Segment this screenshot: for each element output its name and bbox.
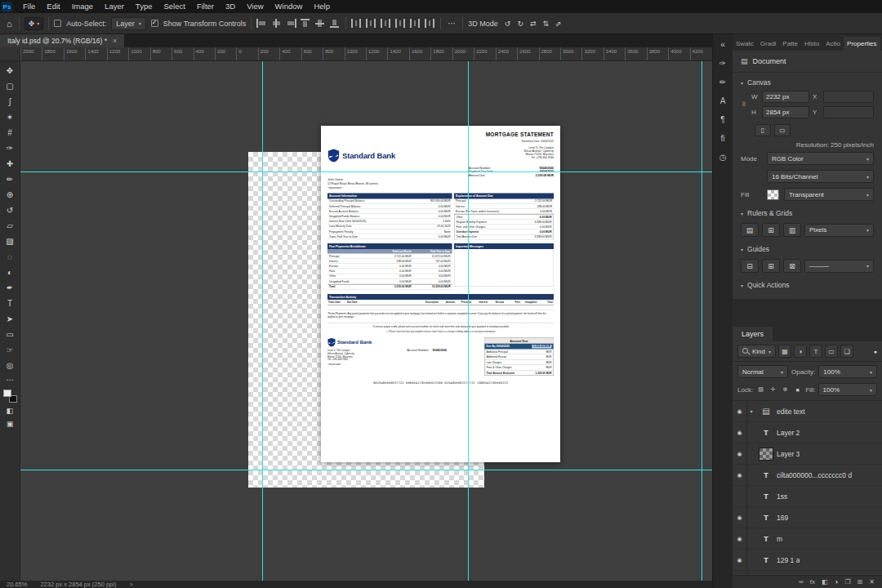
collapse-panels-icon[interactable]: « bbox=[713, 35, 733, 54]
shape-tool[interactable]: ▭ bbox=[2, 327, 19, 342]
ruler-origin-corner[interactable] bbox=[0, 47, 20, 61]
path-selection-tool[interactable]: ➤ bbox=[2, 311, 19, 327]
distribute-right-icon[interactable] bbox=[425, 19, 435, 28]
layer-visibility-toggle[interactable]: ◉ bbox=[733, 507, 747, 528]
edit-toolbar-icon[interactable]: ⋯ bbox=[2, 373, 19, 386]
vertical-guide[interactable] bbox=[262, 61, 263, 581]
layer-row[interactable]: ◉ T 169 bbox=[733, 507, 882, 528]
layer-thumbnail[interactable]: T bbox=[759, 469, 773, 482]
layer-visibility-toggle[interactable]: ◉ bbox=[733, 528, 747, 550]
3d-pan-icon[interactable]: ⇄ bbox=[528, 20, 538, 28]
align-center-horizontal-icon[interactable] bbox=[271, 19, 282, 28]
color-swatches[interactable] bbox=[3, 390, 17, 403]
menu-item[interactable]: Select bbox=[158, 0, 190, 13]
layer-visibility-toggle[interactable]: ◉ bbox=[733, 550, 747, 571]
gradient-tool[interactable]: ▨ bbox=[2, 234, 19, 249]
lock-all-icon[interactable]: ■ bbox=[792, 385, 803, 395]
distribute-center-icon[interactable] bbox=[410, 19, 421, 28]
layer-thumbnail[interactable]: T bbox=[759, 532, 773, 546]
hand-tool[interactable]: ☞ bbox=[2, 342, 19, 358]
eraser-tool[interactable]: ▱ bbox=[2, 218, 19, 234]
fill-field[interactable]: 100% ▾ bbox=[818, 383, 877, 396]
canvas-fill-dropdown[interactable]: Transparent ▾ bbox=[784, 188, 874, 201]
layer-row[interactable]: ◉ T m bbox=[733, 528, 882, 550]
width-field[interactable]: 2232 px bbox=[762, 91, 809, 103]
clone-stamp-tool[interactable]: ⊕ bbox=[2, 187, 19, 203]
quick-mask-icon[interactable]: ◧ bbox=[2, 404, 19, 417]
layer-row[interactable]: ◉ ▾ ▤ edite text bbox=[733, 401, 882, 422]
menu-item[interactable]: View bbox=[241, 0, 269, 13]
layer-mask-icon[interactable]: ◧ bbox=[822, 578, 828, 586]
panel-tab[interactable]: Swatc bbox=[733, 37, 757, 51]
zoom-tool[interactable]: ◎ bbox=[2, 358, 19, 373]
3d-slide-icon[interactable]: ⇅ bbox=[541, 20, 551, 28]
brushes-icon[interactable]: ✏ bbox=[713, 73, 733, 91]
layer-visibility-toggle[interactable]: ◉ bbox=[733, 443, 747, 465]
document-tab[interactable]: Italy id.psd @ 20.7% (RGB/16) * × bbox=[0, 34, 124, 47]
portrait-orientation-icon[interactable]: ▯ bbox=[755, 124, 771, 136]
align-bottom-icon[interactable] bbox=[330, 19, 341, 28]
new-guide-icon[interactable]: ⊞ bbox=[762, 259, 780, 273]
magic-wand-tool[interactable]: ✶ bbox=[2, 109, 19, 125]
marquee-tool[interactable]: ▢ bbox=[2, 78, 19, 94]
menu-item[interactable]: Edit bbox=[41, 0, 65, 13]
height-field[interactable]: 2854 px bbox=[762, 106, 809, 118]
timeline-panel-icon[interactable]: ◷ bbox=[713, 148, 733, 167]
layer-thumbnail[interactable]: T bbox=[759, 554, 773, 567]
link-layers-icon[interactable]: ∞ bbox=[799, 578, 804, 586]
align-left-icon[interactable] bbox=[256, 19, 267, 28]
layer-thumbnail[interactable]: T bbox=[759, 426, 773, 439]
x-field[interactable] bbox=[823, 91, 874, 103]
filter-smart-objects-icon[interactable]: ❏ bbox=[840, 345, 853, 358]
align-top-icon[interactable] bbox=[301, 19, 311, 28]
layer-visibility-toggle[interactable]: ◉ bbox=[733, 422, 747, 443]
group-chevron-icon[interactable]: ▾ bbox=[747, 408, 755, 414]
layer-group-icon[interactable]: ❐ bbox=[844, 578, 850, 586]
layer-thumbnail[interactable]: T bbox=[759, 490, 773, 503]
rulers-grids-section-header[interactable]: ▾ Rulers & Grids bbox=[733, 203, 882, 220]
type-tool[interactable]: T bbox=[2, 296, 19, 311]
menu-item[interactable]: Filter bbox=[191, 0, 220, 13]
clear-guides-icon[interactable]: ⊠ bbox=[783, 259, 801, 273]
move-tool[interactable]: ✥ bbox=[2, 63, 19, 78]
close-icon[interactable]: × bbox=[113, 37, 117, 45]
layer-visibility-toggle[interactable]: ◉ bbox=[733, 401, 747, 422]
panel-tab[interactable]: Patte bbox=[779, 37, 801, 51]
guide-layout-icon[interactable]: ⊟ bbox=[741, 259, 759, 273]
units-dropdown[interactable]: Pixels ▾ bbox=[804, 224, 874, 237]
healing-brush-tool[interactable]: ✚ bbox=[2, 156, 19, 172]
filter-shape-layers-icon[interactable]: ▭ bbox=[825, 345, 838, 358]
canvas-section-header[interactable]: ▾ Canvas bbox=[733, 73, 882, 90]
y-field[interactable] bbox=[823, 106, 874, 118]
filter-pixel-layers-icon[interactable]: ▦ bbox=[778, 345, 791, 358]
history-brush-tool[interactable]: ↺ bbox=[2, 203, 19, 218]
horizontal-guide[interactable] bbox=[20, 172, 712, 172]
menu-item[interactable]: Image bbox=[66, 0, 99, 13]
dodge-tool[interactable]: ◐ bbox=[2, 265, 19, 280]
filter-adjustment-layers-icon[interactable]: ◑ bbox=[794, 345, 807, 358]
panel-tab[interactable]: Gradi bbox=[757, 37, 780, 51]
adjustment-layer-icon[interactable]: ◑ bbox=[835, 578, 839, 586]
horizontal-guide[interactable] bbox=[20, 470, 712, 470]
brush-settings-icon[interactable]: ✑ bbox=[713, 54, 733, 73]
vertical-guide[interactable] bbox=[468, 61, 469, 581]
brush-tool[interactable]: ✏ bbox=[2, 172, 19, 187]
bit-depth-dropdown[interactable]: 16 Bits/Channel ▾ bbox=[767, 170, 874, 183]
layer-filter-dropdown[interactable]: Kind ▾ bbox=[737, 345, 776, 358]
canvas-area[interactable]: Standard Bank MORTGAGE STATEMENT Stateme… bbox=[20, 61, 712, 581]
opacity-field[interactable]: 100% ▾ bbox=[818, 365, 877, 378]
crop-tool[interactable]: # bbox=[2, 125, 19, 140]
character-panel-icon[interactable]: A bbox=[713, 91, 733, 110]
ruler-icon[interactable]: ▤ bbox=[741, 223, 759, 237]
menu-item[interactable]: Layer bbox=[99, 0, 130, 13]
layer-row[interactable]: ◉ T 129 1 a bbox=[733, 550, 882, 571]
vertical-guide[interactable] bbox=[702, 61, 702, 581]
delete-layer-icon[interactable]: ✕ bbox=[869, 578, 875, 586]
lock-transparency-icon[interactable]: ▨ bbox=[755, 385, 766, 395]
screen-mode-icon[interactable]: ▣ bbox=[2, 417, 19, 430]
foreground-color-swatch[interactable] bbox=[3, 390, 11, 397]
3d-scale-icon[interactable]: ⇗ bbox=[554, 20, 564, 28]
show-transform-checkbox[interactable] bbox=[151, 20, 158, 27]
paragraph-panel-icon[interactable]: ¶ bbox=[713, 110, 733, 129]
glyphs-panel-icon[interactable]: ﬁ bbox=[713, 129, 733, 148]
